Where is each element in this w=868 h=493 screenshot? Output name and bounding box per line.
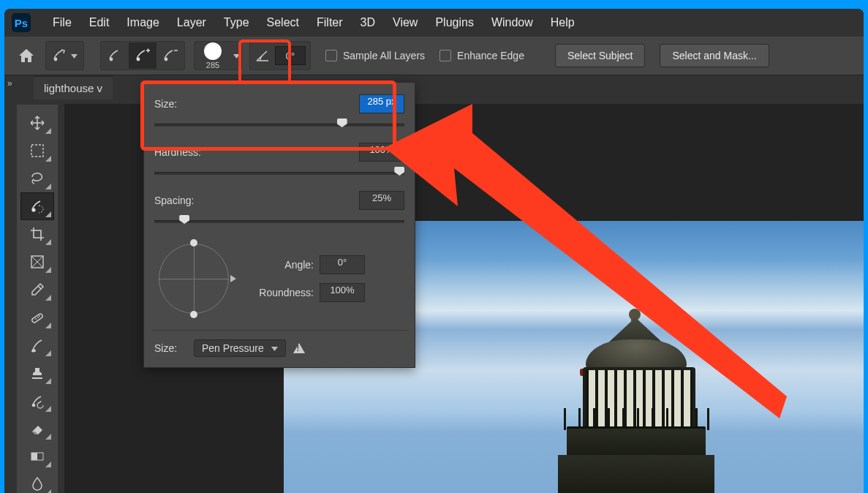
selection-mode-group xyxy=(100,41,185,70)
brush-tool[interactable] xyxy=(21,332,53,358)
eyedropper-tool[interactable] xyxy=(21,276,53,303)
brush-size-readout: 285 xyxy=(206,61,219,69)
roundness-label: Roundness: xyxy=(251,287,320,298)
healing-icon xyxy=(29,309,45,325)
brush-preview-icon xyxy=(204,42,222,60)
move-tool[interactable] xyxy=(21,110,53,136)
marquee-icon xyxy=(30,143,45,158)
crop-tool[interactable] xyxy=(21,221,53,247)
frame-tool[interactable] xyxy=(21,249,53,275)
menu-select[interactable]: Select xyxy=(258,16,308,29)
size-input[interactable]: 285 px xyxy=(359,94,404,113)
sample-all-layers-checkbox[interactable]: Sample All Layers xyxy=(325,50,425,61)
menu-edit[interactable]: Edit xyxy=(80,16,118,29)
checkbox-icon xyxy=(325,50,337,61)
blur-tool[interactable] xyxy=(21,471,53,493)
document-tab[interactable]: lighthouse v xyxy=(34,76,113,99)
brush-angle-field[interactable] xyxy=(249,41,311,70)
menu-image[interactable]: Image xyxy=(118,16,167,29)
move-icon xyxy=(29,115,45,131)
marquee-tool[interactable] xyxy=(21,138,53,164)
add-selection-button[interactable] xyxy=(129,42,156,69)
svg-point-1 xyxy=(110,58,113,61)
stamp-tool[interactable] xyxy=(21,360,53,386)
roundness-input[interactable]: 100% xyxy=(320,283,365,302)
collapse-panels-button[interactable]: » xyxy=(4,75,34,99)
gradient-tool[interactable] xyxy=(21,443,53,470)
healing-tool[interactable] xyxy=(21,304,53,331)
brush-size-picker[interactable]: 285 xyxy=(195,39,231,72)
brush-angle-target[interactable] xyxy=(154,239,233,318)
warning-icon xyxy=(293,343,305,353)
subtract-selection-button[interactable] xyxy=(156,42,184,69)
current-tool-preset[interactable] xyxy=(45,41,84,70)
spacing-label: Spacing: xyxy=(154,195,227,206)
history-brush-tool[interactable] xyxy=(21,388,53,414)
brush-settings-popup: Size: 285 px Hardness: 100% Spacing: 25% xyxy=(143,82,415,368)
angle-input[interactable]: 0° xyxy=(320,255,365,274)
select-subject-button[interactable]: Select Subject xyxy=(555,44,646,67)
svg-point-2 xyxy=(137,58,140,61)
hardness-label: Hardness: xyxy=(154,146,227,158)
eraser-tool[interactable] xyxy=(21,415,53,442)
menu-3d[interactable]: 3D xyxy=(352,16,384,29)
svg-rect-13 xyxy=(31,453,37,460)
chevron-down-icon xyxy=(71,53,78,59)
eyedropper-icon xyxy=(30,282,45,297)
home-button[interactable] xyxy=(12,42,41,69)
options-bar: 285 Sample All Layers Enhance Edge Selec… xyxy=(4,37,864,75)
tool-column xyxy=(16,104,59,493)
select-and-mask-button[interactable]: Select and Mask... xyxy=(660,44,769,67)
history-brush-icon xyxy=(29,393,45,409)
angle-label: Angle: xyxy=(251,259,320,271)
crop-icon xyxy=(29,226,45,242)
size-dynamics-select[interactable]: Pen Pressure xyxy=(194,339,286,357)
size-slider[interactable] xyxy=(154,118,404,131)
menu-help[interactable]: Help xyxy=(542,16,584,29)
enhance-edge-label: Enhance Edge xyxy=(457,50,524,61)
quick-selection-icon xyxy=(29,198,45,214)
lasso-icon xyxy=(29,170,45,187)
brush-angle-input[interactable] xyxy=(275,46,306,65)
brush-sub-icon xyxy=(162,48,178,64)
hardness-slider[interactable] xyxy=(154,166,404,179)
eraser-icon xyxy=(29,421,45,437)
quick-selection-tool[interactable] xyxy=(21,193,53,219)
menu-filter[interactable]: Filter xyxy=(308,16,352,29)
lasso-tool[interactable] xyxy=(21,165,53,192)
frame-icon xyxy=(30,255,45,269)
svg-point-3 xyxy=(165,58,168,61)
svg-rect-7 xyxy=(31,313,44,323)
enhance-edge-checkbox[interactable]: Enhance Edge xyxy=(439,50,524,61)
sample-all-label: Sample All Layers xyxy=(343,50,425,61)
brush-picker-chevron[interactable] xyxy=(231,42,241,69)
svg-point-11 xyxy=(32,404,36,407)
menubar: Ps File Edit Image Layer Type Select Fil… xyxy=(4,9,864,37)
menu-plugins[interactable]: Plugins xyxy=(426,16,482,29)
blur-icon xyxy=(30,476,45,492)
svg-point-9 xyxy=(37,317,39,318)
home-icon xyxy=(18,48,34,63)
menu-layer[interactable]: Layer xyxy=(168,16,215,29)
menu-window[interactable]: Window xyxy=(483,16,542,29)
spacing-input[interactable]: 25% xyxy=(359,191,404,210)
new-selection-button[interactable] xyxy=(101,42,129,69)
quickselect-brush-icon xyxy=(52,48,67,63)
svg-point-8 xyxy=(35,318,37,320)
gradient-icon xyxy=(30,449,45,464)
brush-add-icon xyxy=(135,48,151,64)
ps-logo: Ps xyxy=(12,13,31,32)
menu-view[interactable]: View xyxy=(384,16,426,29)
svg-rect-4 xyxy=(31,145,43,157)
spacing-slider[interactable] xyxy=(154,214,404,227)
chevron-down-icon xyxy=(271,345,278,352)
document-tab-row: » lighthouse v xyxy=(4,75,864,99)
checkbox-icon xyxy=(439,50,451,61)
hardness-input[interactable]: 100% xyxy=(359,143,404,162)
menu-type[interactable]: Type xyxy=(215,16,258,29)
menu-file[interactable]: File xyxy=(44,16,80,29)
svg-point-5 xyxy=(31,208,35,211)
size-dynamics-value: Pen Pressure xyxy=(202,342,264,354)
angle-icon xyxy=(254,48,271,63)
brush-new-icon xyxy=(107,48,122,63)
